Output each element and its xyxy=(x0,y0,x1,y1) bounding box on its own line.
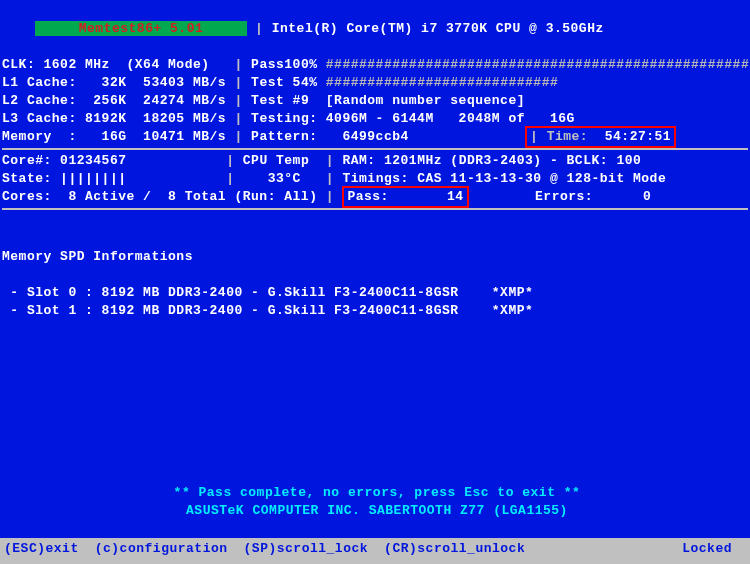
l3-cache: L3 Cache: 8192K 18205 MB/s xyxy=(2,111,226,126)
cpu-model: Intel(R) Core(TM) i7 3770K CPU @ 3.50GHz xyxy=(272,21,604,36)
pattern: Pattern: 6499ccb4 xyxy=(251,129,409,144)
motherboard-info: ASUSTeK COMPUTER INC. SABERTOOTH Z77 (LG… xyxy=(2,502,750,520)
spd-slot-1: - Slot 1 : 8192 MB DDR3-2400 - G.Skill F… xyxy=(2,302,748,320)
memory-line: Memory : 16G 10471 MB/s xyxy=(2,129,226,144)
test-bar: ############################ xyxy=(326,75,558,90)
clk-line: CLK: 1602 MHz (X64 Mode) xyxy=(2,57,210,72)
app-title: Memtest86+ 5.01 xyxy=(35,21,247,36)
run-mode: (Run: All) xyxy=(234,189,317,204)
cr-scroll-unlock[interactable]: (CR)scroll_unlock xyxy=(384,540,525,558)
core-ids: Core#: 01234567 xyxy=(2,153,127,168)
esc-exit[interactable]: (ESC)exit xyxy=(4,540,79,558)
locked-indicator: Locked xyxy=(682,540,732,558)
cpu-temp-label: CPU Temp xyxy=(243,153,309,168)
elapsed-time: 54:27:51 xyxy=(605,129,671,144)
test-number: Test #9 [Random number sequence] xyxy=(251,93,525,108)
timings: Timings: CAS 11-13-13-30 @ 128-bit Mode xyxy=(342,171,666,186)
time-highlight: | Time: 54:27:51 xyxy=(525,126,676,148)
l1-cache: L1 Cache: 32K 53403 MB/s xyxy=(2,75,226,90)
pass-complete-msg: ** Pass complete, no errors, press Esc t… xyxy=(2,484,750,502)
cores-active: Cores: 8 Active / 8 Total xyxy=(2,189,226,204)
pass-highlight: Pass: 14 xyxy=(342,186,468,208)
l2-cache: L2 Cache: 256K 24274 MB/s xyxy=(2,93,226,108)
testing-range: Testing: 4096M - 6144M 2048M of 16G xyxy=(251,111,575,126)
test-percent: Test 54% xyxy=(251,75,317,90)
footer-bar: (ESC)exit (c)configuration (SP)scroll_lo… xyxy=(0,538,750,564)
c-configuration[interactable]: (c)configuration xyxy=(95,540,228,558)
state-line: State: |||||||| xyxy=(2,171,127,186)
pass-count: 14 xyxy=(447,189,464,204)
spd-title: Memory SPD Informations xyxy=(2,248,748,266)
cpu-temp-value: 33°C xyxy=(268,171,301,186)
pass-bar: ########################################… xyxy=(326,57,749,72)
divider xyxy=(2,148,748,150)
errors-label: Errors: xyxy=(535,189,593,204)
divider xyxy=(2,208,748,210)
errors-value: 0 xyxy=(643,189,651,204)
ram-info: RAM: 1201MHz (DDR3-2403) - BCLK: 100 xyxy=(342,153,641,168)
sp-scroll-lock[interactable]: (SP)scroll_lock xyxy=(244,540,369,558)
pass-percent: Pass100% xyxy=(251,57,317,72)
spd-slot-0: - Slot 0 : 8192 MB DDR3-2400 - G.Skill F… xyxy=(2,284,748,302)
